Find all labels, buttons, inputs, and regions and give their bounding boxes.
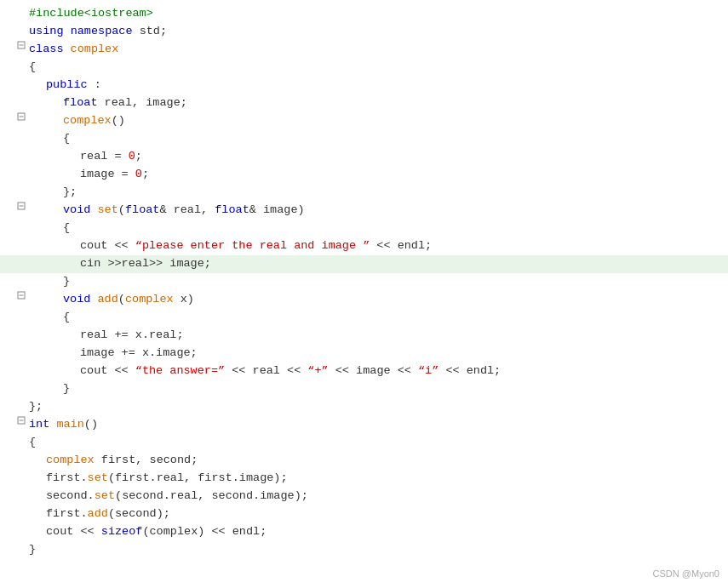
line-gutter (0, 184, 15, 185)
token: “the answer=” (135, 364, 225, 377)
token: ( (118, 203, 125, 216)
code-tokens: cin >>real>> image; (27, 255, 728, 273)
token: main (56, 418, 83, 431)
code-tokens: void set(float& real, float& image) (27, 202, 728, 220)
token: { (29, 436, 36, 448)
token: << real << (225, 364, 307, 377)
token: (complex) << endl; (142, 525, 267, 538)
code-line: int main() (0, 416, 728, 434)
token: ( (118, 293, 125, 305)
line-gutter (0, 505, 15, 506)
code-line: first.add(second); (0, 505, 728, 523)
code-line: cout << “please enter the real and image… (0, 237, 728, 255)
code-tokens: image += x.image; (27, 345, 728, 363)
line-gutter (0, 237, 15, 238)
token: <iostream> (84, 7, 153, 20)
token: complex (64, 43, 119, 55)
line-gutter (0, 291, 15, 292)
line-gutter (0, 434, 15, 435)
token: << endl; (370, 239, 432, 252)
watermark: CSDN @Myon0 (653, 567, 719, 581)
code-line: } (0, 541, 728, 559)
token: std; (133, 25, 168, 37)
token: 0 (135, 168, 142, 180)
fold-button[interactable] (15, 416, 27, 425)
token: { (29, 60, 36, 73)
token (64, 25, 71, 37)
code-tokens: real += x.real; (27, 327, 728, 345)
code-line: { (0, 309, 728, 327)
token: set (95, 489, 115, 502)
fold-button[interactable] (15, 112, 27, 121)
token: & real, (159, 203, 215, 216)
token: << (107, 364, 135, 377)
token: #include (29, 7, 84, 20)
code-tokens: { (27, 434, 728, 452)
line-gutter (0, 363, 15, 363)
line-gutter (0, 5, 15, 6)
token: using (29, 25, 64, 37)
token: 0 (129, 150, 135, 163)
token (90, 293, 97, 305)
token: : (88, 78, 101, 91)
line-gutter (0, 416, 15, 417)
code-tokens: int main() (27, 416, 728, 434)
line-gutter (0, 166, 15, 167)
fold-button[interactable] (15, 41, 27, 49)
line-gutter (0, 452, 15, 453)
token: complex (125, 293, 174, 305)
code-line: #include<iostream> (0, 5, 728, 23)
token: (first.real, first.image); (108, 471, 288, 484)
line-gutter (0, 41, 15, 42)
line-gutter (0, 255, 15, 256)
token: complex (63, 114, 112, 127)
token: } (29, 543, 36, 556)
code-tokens: complex() (27, 112, 728, 130)
line-gutter (0, 470, 15, 471)
token: image = (80, 168, 135, 180)
code-line: void set(float& real, float& image) (0, 202, 728, 220)
token: { (63, 132, 70, 145)
code-tokens: class complex (27, 41, 728, 59)
code-tokens: using namespace std; (27, 23, 728, 41)
code-tokens: { (27, 220, 728, 237)
line-gutter (0, 273, 15, 274)
token: cout (80, 364, 107, 377)
code-line: } (0, 380, 728, 398)
code-content: #include<iostream>using namespace std;cl… (0, 5, 728, 559)
token: cin >>real>> image; (80, 257, 211, 270)
code-line: cin >>real>> image; (0, 255, 728, 273)
line-gutter (0, 202, 15, 203)
line-gutter (0, 345, 15, 345)
code-tokens: image = 0; (27, 166, 728, 184)
token: () (112, 114, 125, 127)
token: “i” (418, 364, 439, 377)
code-tokens: complex first, second; (27, 452, 728, 470)
code-tokens: real = 0; (27, 148, 728, 166)
token: real, image; (98, 96, 187, 109)
token: first, second; (95, 454, 198, 466)
token: sizeof (101, 525, 143, 538)
token: real += x.real; (80, 328, 184, 341)
token: & image) (249, 203, 305, 216)
code-line: second.set(second.real, second.image); (0, 488, 728, 505)
token: int (29, 418, 49, 431)
code-line: }; (0, 184, 728, 202)
code-line: } (0, 273, 728, 291)
code-tokens: first.set(first.real, first.image); (27, 470, 728, 488)
token: class (29, 43, 64, 55)
code-tokens: } (27, 380, 728, 398)
token: }; (29, 400, 43, 413)
code-tokens: { (27, 309, 728, 327)
code-viewer: #include<iostream>using namespace std;cl… (0, 0, 728, 588)
code-line: cout << sizeof(complex) << endl; (0, 523, 728, 541)
fold-button[interactable] (15, 202, 27, 210)
token: first. (46, 507, 88, 520)
line-gutter (0, 380, 15, 381)
fold-button[interactable] (15, 291, 27, 300)
token: complex (46, 454, 95, 466)
token: first. (46, 471, 88, 484)
code-tokens: cout << “please enter the real and image… (27, 237, 728, 255)
token: float (125, 203, 160, 216)
line-gutter (0, 220, 15, 220)
